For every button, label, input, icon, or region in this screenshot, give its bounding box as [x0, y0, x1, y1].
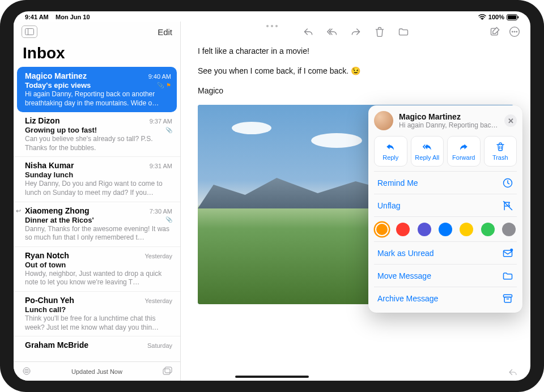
unflag-item[interactable]: Unflag [374, 194, 517, 216]
message-item[interactable]: Po-Chun YehYesterdayLunch call?Think you… [14, 291, 180, 336]
more-icon[interactable] [509, 26, 520, 37]
forward-button[interactable]: Forward [447, 136, 481, 167]
message-time: 9:31 AM [150, 163, 172, 169]
message-preview: Think you'll be free for a lunchtime cha… [25, 314, 172, 332]
message-item[interactable]: Ryan NotchYesterdayOut of townHowdy, nei… [14, 246, 180, 291]
reply-all-label: Reply All [415, 154, 439, 161]
flag-color-option[interactable] [375, 223, 389, 236]
message-item[interactable]: ↩Xiaomeng Zhong7:30 AMDinner at the Rico… [14, 202, 180, 246]
message-subject: Growing up too fast! [25, 126, 162, 134]
home-indicator[interactable] [235, 376, 309, 378]
message-preview: Can you believe she's already so tall? P… [25, 135, 172, 152]
email-line-1: I felt like a character in a movie! [198, 45, 513, 57]
message-preview: Danny, Thanks for the awesome evening! I… [25, 225, 172, 242]
move-message-item[interactable]: Move Message [374, 264, 517, 287]
svg-rect-15 [504, 250, 512, 257]
attachment-icon: 📎 [157, 82, 164, 88]
forward-label: Forward [452, 154, 475, 161]
status-bar: 9:41 AM Mon Jun 10 100% [14, 11, 530, 22]
message-time: Yesterday [144, 253, 172, 259]
updated-status: Updated Just Now [71, 368, 122, 375]
attachment-icon: 📎 [165, 216, 172, 223]
flag-color-option[interactable] [460, 223, 473, 236]
flag-icon: ⚑ [166, 82, 171, 88]
folder-icon [502, 270, 513, 282]
message-item[interactable]: Magico Martinez9:40 AMToday's epic views… [17, 67, 177, 112]
reply-label: Reply [382, 154, 398, 161]
flag-off-icon [502, 200, 513, 211]
compose-icon[interactable] [490, 26, 501, 37]
message-subject: Sunday lunch [25, 171, 172, 179]
trash-label: Trash [492, 154, 508, 161]
flag-color-option[interactable] [502, 223, 516, 236]
sidebar: Edit Inbox Magico Martinez9:40 AMToday's… [14, 22, 181, 381]
mailboxes-stack-icon[interactable] [162, 367, 172, 377]
message-preview: Howdy, neighbor, Just wanted to drop a q… [25, 270, 172, 287]
svg-rect-7 [163, 369, 170, 374]
avatar [374, 111, 393, 130]
message-actions-popover: Magico Martinez Hi again Danny, Reportin… [368, 105, 522, 313]
svg-rect-8 [165, 367, 172, 373]
multitask-dots-icon[interactable] [266, 25, 278, 27]
message-preview: Hi again Danny, Reporting back on anothe… [25, 90, 171, 108]
flag-color-option[interactable] [481, 223, 495, 236]
svg-point-0 [482, 19, 483, 20]
message-time: 9:40 AM [148, 73, 171, 80]
email-line-2: See you when I come back, if I come back… [198, 65, 513, 77]
flag-color-option[interactable] [418, 223, 431, 236]
reply-footer-icon[interactable] [507, 367, 519, 377]
trash-icon[interactable] [374, 26, 385, 37]
message-time: Yesterday [144, 297, 172, 304]
edit-button[interactable]: Edit [158, 27, 172, 37]
message-item[interactable]: Liz Dizon9:37 AMGrowing up too fast!📎Can… [14, 112, 180, 156]
content-footer [181, 364, 530, 381]
sidebar-toggle-icon[interactable] [22, 25, 37, 38]
svg-rect-3 [518, 16, 519, 18]
message-subject: Lunch call? [25, 305, 172, 314]
svg-point-13 [516, 31, 517, 32]
move-to-folder-icon[interactable] [398, 26, 409, 37]
flag-color-option[interactable] [439, 223, 452, 236]
battery-percent: 100% [488, 14, 504, 20]
reply-button[interactable]: Reply [374, 136, 407, 167]
move-message-label: Move Message [377, 271, 431, 280]
attachment-icon: 📎 [165, 127, 172, 133]
message-sender: Ryan Notch [25, 251, 69, 260]
message-time: 7:30 AM [150, 208, 172, 215]
reply-icon[interactable] [303, 26, 314, 37]
mark-unread-item[interactable]: Mark as Unread [374, 241, 517, 264]
clock-icon [502, 177, 513, 189]
status-time-date: 9:41 AM Mon Jun 10 [25, 14, 90, 20]
mark-unread-label: Mark as Unread [377, 249, 434, 258]
battery-icon [507, 14, 519, 20]
reply-all-icon[interactable] [326, 26, 338, 37]
filter-button[interactable] [22, 367, 32, 376]
svg-rect-4 [26, 29, 34, 35]
reply-all-button[interactable]: Reply All [411, 136, 444, 167]
content-toolbar [181, 22, 530, 42]
svg-rect-18 [504, 297, 511, 302]
message-subject: Today's epic views [25, 81, 154, 90]
message-sender: Nisha Kumar [25, 161, 74, 170]
wifi-icon [478, 14, 486, 20]
remind-me-label: Remind Me [377, 178, 418, 188]
message-list[interactable]: Magico Martinez9:40 AMToday's epic views… [14, 67, 180, 361]
message-item[interactable]: Nisha Kumar9:31 AMSunday lunchHey Danny,… [14, 156, 180, 201]
message-sender: Liz Dizon [25, 116, 60, 125]
remind-me-item[interactable]: Remind Me [374, 171, 517, 194]
flag-color-option[interactable] [396, 223, 410, 236]
sidebar-footer: Updated Just Now [14, 361, 180, 381]
svg-point-11 [512, 31, 513, 32]
archive-icon [502, 293, 513, 304]
popover-sender-name: Magico Martinez [399, 112, 499, 121]
message-subject: Dinner at the Ricos' [25, 216, 162, 224]
popover-preview-line: Hi again Danny, Reporting back o… [399, 121, 499, 129]
sidebar-toolbar: Edit [14, 22, 180, 42]
forward-icon[interactable] [350, 26, 362, 37]
message-item[interactable]: Graham McBrideSaturday [14, 336, 180, 355]
svg-point-16 [510, 248, 513, 251]
close-icon[interactable]: ✕ [504, 114, 517, 127]
trash-button[interactable]: Trash [484, 136, 517, 167]
message-time: 9:37 AM [150, 118, 172, 125]
archive-message-item[interactable]: Archive Message [374, 287, 517, 309]
